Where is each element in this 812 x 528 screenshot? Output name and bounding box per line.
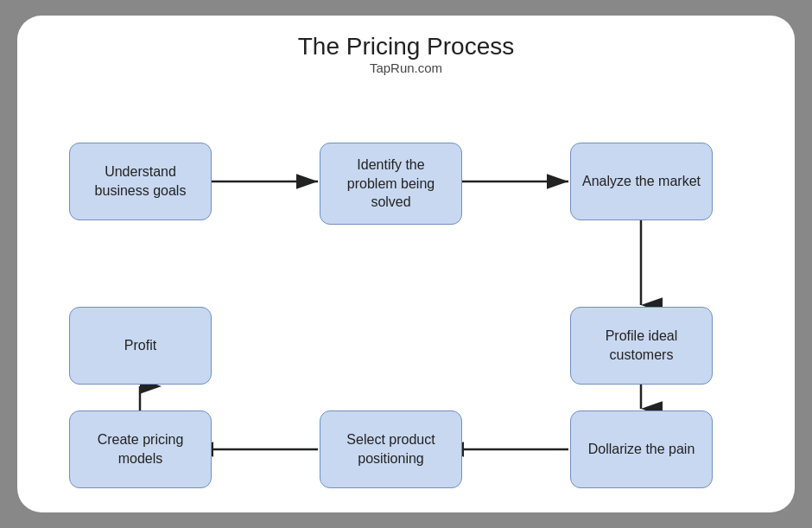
node-dollarize: Dollarize the pain [570, 410, 713, 488]
main-title: The Pricing Process [298, 33, 515, 60]
node-profile: Profile ideal customers [570, 307, 713, 385]
title-section: The Pricing Process TapRun.com [298, 33, 515, 75]
node-identify: Identify the problem being solved [320, 143, 462, 225]
subtitle: TapRun.com [298, 60, 515, 75]
node-select: Select product positioning [320, 410, 462, 488]
node-analyze: Analyze the market [570, 143, 713, 220]
node-create: Create pricing models [69, 410, 212, 488]
node-understand: Understand business goals [69, 143, 212, 220]
node-profit: Profit [69, 307, 212, 385]
diagram-container: The Pricing Process TapRun.com [17, 16, 795, 512]
flow-area: Understand business goalsIdentify the pr… [43, 91, 769, 488]
